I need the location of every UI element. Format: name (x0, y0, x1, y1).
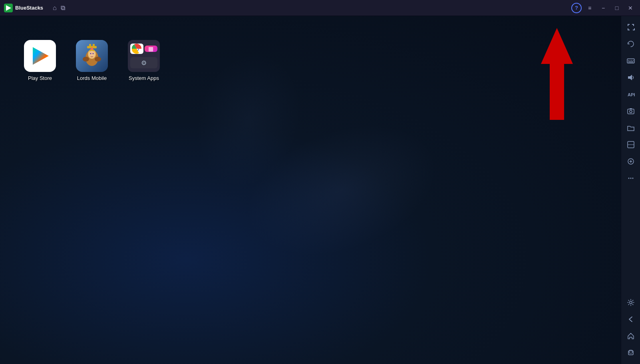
play-store-label: Play Store (28, 75, 52, 81)
svg-point-15 (90, 53, 91, 54)
sidebar-recents-btn[interactable] (623, 345, 639, 361)
sidebar-keyboard-btn[interactable] (623, 53, 639, 69)
svg-marker-27 (628, 75, 632, 80)
svg-point-13 (95, 57, 101, 62)
svg-rect-31 (630, 108, 632, 109)
home-nav-icon[interactable]: ⌂ (53, 4, 57, 12)
right-sidebar: APK (621, 16, 640, 364)
svg-rect-22 (628, 60, 629, 61)
svg-point-11 (91, 48, 93, 50)
svg-rect-25 (633, 60, 634, 61)
help-button[interactable]: ? (571, 3, 582, 13)
menu-button[interactable]: ≡ (584, 2, 595, 14)
svg-rect-40 (629, 350, 632, 353)
svg-point-16 (93, 53, 94, 54)
lords-mobile-icon-img (76, 40, 108, 72)
nav-icons: ⌂ ⧉ (53, 4, 65, 12)
svg-point-35 (628, 178, 629, 179)
app-logo: BlueStacks (4, 4, 43, 12)
app-name-label: BlueStacks (15, 5, 43, 11)
play-store-icon-img (24, 40, 56, 72)
svg-point-12 (83, 57, 89, 62)
svg-point-37 (632, 178, 633, 179)
svg-rect-29 (628, 109, 634, 114)
svg-rect-7 (93, 44, 95, 47)
maximize-button[interactable]: □ (611, 2, 622, 14)
main-area: Play Store (0, 16, 640, 364)
sidebar-apk-btn[interactable]: APK (623, 86, 639, 102)
svg-rect-6 (89, 44, 91, 47)
app-icon-lords-mobile[interactable]: Lords Mobile (72, 40, 112, 81)
sidebar-more-btn[interactable] (623, 170, 639, 186)
svg-point-36 (630, 178, 631, 179)
svg-rect-23 (630, 60, 630, 61)
svg-rect-24 (631, 60, 632, 61)
sidebar-fullscreen-btn[interactable] (623, 19, 639, 35)
sidebar-volume-btn[interactable] (623, 70, 639, 86)
desktop-icons-area: Play Store (20, 40, 164, 81)
titlebar: BlueStacks ⌂ ⧉ ? ≡ − □ ✕ (0, 0, 640, 16)
sidebar-macro-btn[interactable] (623, 153, 639, 169)
svg-marker-20 (541, 28, 573, 120)
emulator-screen: Play Store (0, 16, 621, 364)
svg-point-30 (630, 110, 632, 113)
app-icon-play-store[interactable]: Play Store (20, 40, 60, 81)
sidebar-screenshot-btn[interactable] (623, 103, 639, 119)
close-button[interactable]: ✕ (625, 2, 636, 14)
bluestacks-logo-icon (4, 4, 13, 12)
svg-rect-26 (628, 62, 634, 62)
svg-point-38 (630, 301, 632, 304)
svg-text:APK: APK (628, 92, 635, 97)
sidebar-folder-btn[interactable] (623, 120, 639, 136)
sidebar-resize-btn[interactable] (623, 137, 639, 153)
window-controls: ? ≡ − □ ✕ (571, 2, 636, 14)
sidebar-rotate-btn[interactable] (623, 36, 639, 52)
system-apps-icon-img: ▦ ⚙ (128, 40, 160, 72)
minimize-button[interactable]: − (598, 2, 609, 14)
svg-rect-21 (627, 59, 634, 63)
sidebar-back-btn[interactable] (623, 311, 639, 327)
lords-mobile-label: Lords Mobile (77, 75, 107, 81)
system-apps-label: System Apps (129, 75, 159, 81)
multiwindow-nav-icon[interactable]: ⧉ (61, 4, 65, 12)
sidebar-home-btn[interactable] (623, 328, 639, 344)
app-icon-system-apps[interactable]: ▦ ⚙ System Apps (124, 40, 164, 81)
sidebar-settings-btn[interactable] (623, 294, 639, 310)
